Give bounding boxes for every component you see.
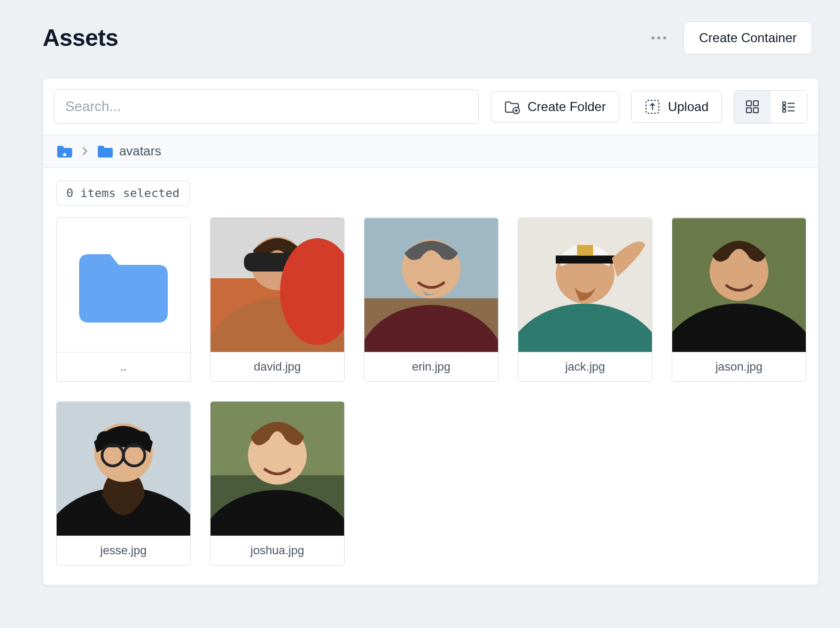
- tile-label: david.jpg: [211, 352, 344, 381]
- avatar-image: [672, 218, 806, 352]
- selection-count[interactable]: 0 items selected: [56, 180, 190, 206]
- asset-thumb: [211, 402, 344, 536]
- breadcrumb-folder-label: avatars: [119, 144, 161, 159]
- grid-icon: [745, 99, 760, 114]
- folder-up-thumb: [57, 218, 190, 352]
- svg-rect-26: [577, 245, 593, 256]
- tile-label: jack.jpg: [518, 352, 652, 381]
- svg-rect-8: [783, 106, 785, 108]
- upload-button[interactable]: Upload: [631, 91, 722, 123]
- create-container-button[interactable]: Create Container: [683, 21, 812, 54]
- create-folder-button[interactable]: Create Folder: [491, 91, 619, 122]
- page-header: Assets Create Container: [43, 21, 819, 54]
- svg-rect-5: [753, 108, 758, 113]
- content-area: 0 items selected ..: [43, 168, 818, 585]
- page-title: Assets: [43, 25, 118, 51]
- search-input[interactable]: [54, 89, 479, 124]
- dot-icon: [657, 36, 660, 40]
- asset-tile[interactable]: jack.jpg: [518, 217, 652, 382]
- list-view-button[interactable]: [771, 91, 807, 123]
- breadcrumb-home[interactable]: [56, 144, 73, 159]
- dot-icon: [663, 36, 666, 40]
- view-toggle: [734, 90, 807, 123]
- svg-rect-6: [783, 102, 785, 105]
- avatar-image: [518, 218, 652, 352]
- asset-tile[interactable]: david.jpg: [210, 217, 345, 382]
- tile-label: jesse.jpg: [57, 536, 190, 565]
- svg-rect-2: [746, 101, 751, 106]
- folder-icon: [97, 144, 114, 159]
- asset-tile[interactable]: erin.jpg: [364, 217, 499, 382]
- create-folder-label: Create Folder: [527, 99, 606, 114]
- avatar-image: [211, 402, 344, 536]
- list-icon: [781, 99, 796, 114]
- svg-rect-10: [783, 109, 785, 112]
- asset-thumb: [518, 218, 652, 352]
- folder-up-tile[interactable]: ..: [56, 217, 191, 382]
- more-actions-button[interactable]: [648, 33, 670, 43]
- asset-thumb: [211, 218, 344, 352]
- asset-tile[interactable]: jason.jpg: [672, 217, 806, 382]
- assets-panel: Create Folder Upload: [43, 78, 819, 585]
- avatar-image: [364, 218, 498, 352]
- asset-tile[interactable]: joshua.jpg: [210, 401, 345, 566]
- chevron-right-icon: [82, 146, 88, 156]
- svg-rect-25: [556, 256, 615, 264]
- tile-label: ..: [57, 352, 190, 381]
- tile-label: erin.jpg: [364, 352, 498, 381]
- upload-label: Upload: [668, 99, 709, 114]
- dot-icon: [651, 36, 655, 40]
- tile-label: joshua.jpg: [211, 536, 344, 565]
- asset-thumb: [57, 402, 190, 536]
- asset-tile[interactable]: jesse.jpg: [56, 401, 191, 566]
- tile-label: jason.jpg: [672, 352, 806, 381]
- grid-view-button[interactable]: [734, 91, 771, 123]
- asset-thumb: [672, 218, 806, 352]
- folder-add-icon: [504, 99, 520, 114]
- toolbar: Create Folder Upload: [43, 78, 818, 135]
- avatar-image: [211, 218, 344, 352]
- upload-icon: [644, 99, 660, 115]
- asset-grid: ..: [56, 217, 805, 566]
- home-folder-icon: [56, 144, 73, 159]
- folder-icon: [73, 242, 174, 328]
- svg-rect-3: [753, 101, 758, 106]
- avatar-image: [57, 402, 190, 536]
- breadcrumb-folder[interactable]: avatars: [97, 144, 161, 159]
- asset-thumb: [364, 218, 498, 352]
- breadcrumb: avatars: [43, 135, 818, 168]
- create-container-label: Create Container: [699, 30, 797, 45]
- svg-rect-33: [97, 431, 150, 448]
- svg-rect-4: [746, 108, 751, 113]
